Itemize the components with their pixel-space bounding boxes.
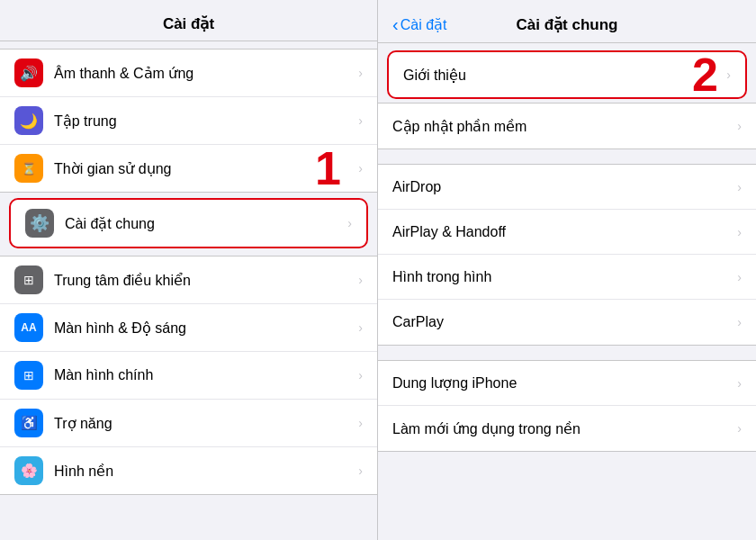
wallpaper-icon: 🌸 [14,456,43,485]
sounds-icon: 🔊 [14,58,43,87]
airdrop-chevron: › [737,180,742,194]
right-item-carplay[interactable]: CarPlay › [378,300,756,345]
display-chevron: › [358,320,363,335]
carplay-chevron: › [737,315,742,329]
about-chevron: › [726,68,731,82]
right-group-3: Dung lượng iPhone › Làm mới ứng dụng tro… [378,360,756,452]
accessibility-label: Trợ năng [54,415,358,432]
general-label: Cài đặt chung [65,215,347,232]
pip-label: Hình trong hình [392,269,737,285]
screentime-label: Thời gian sử dụng [54,160,358,177]
airplay-chevron: › [737,225,742,239]
back-button[interactable]: ‹ Cài đặt [392,14,446,35]
wallpaper-label: Hình nền [54,463,358,480]
general-chevron: › [347,216,352,230]
sidebar-item-screentime[interactable]: ⏳ Thời gian sử dụng › 1 [0,145,377,192]
accessibility-chevron: › [358,416,363,430]
storage-label: Dung lượng iPhone [392,374,737,392]
airplay-label: AirPlay & Handoff [392,224,737,240]
right-header-title: Cài đặt chung [517,15,618,34]
right-item-about[interactable]: Giới thiệu › 2 [389,52,745,97]
right-group-1b: Cập nhật phần mềm › [378,103,756,149]
right-item-bgapp[interactable]: Làm mới ứng dụng trong nền › [378,406,756,451]
storage-chevron: › [737,376,742,391]
homescreen-icon: ⊞ [14,361,43,390]
sidebar-item-focus[interactable]: 🌙 Tập trung › [0,97,377,145]
screentime-chevron: › [358,161,363,176]
screentime-icon: ⏳ [14,154,43,183]
bgapp-chevron: › [737,421,742,436]
display-label: Màn hình & Độ sáng [54,320,358,337]
right-item-storage[interactable]: Dung lượng iPhone › [378,361,756,406]
display-icon: AA [14,313,43,342]
right-header: ‹ Cài đặt Cài đặt chung [378,0,756,43]
right-item-airplay[interactable]: AirPlay & Handoff › [378,210,756,255]
carplay-label: CarPlay [392,314,737,330]
homescreen-label: Màn hình chính [54,367,358,383]
software-chevron: › [737,119,742,133]
settings-group-1: 🔊 Âm thanh & Cảm ứng › 🌙 Tập trung › ⏳ T… [0,49,377,193]
about-item-wrapper: Giới thiệu › 2 [387,50,747,99]
sidebar-item-display[interactable]: AA Màn hình & Độ sáng › [0,304,377,352]
right-group-2: AirDrop › AirPlay & Handoff › Hình trong… [378,164,756,346]
focus-chevron: › [358,113,363,128]
left-settings-list: 🔊 Âm thanh & Cảm ứng › 🌙 Tập trung › ⏳ T… [0,41,377,540]
right-group-1: Giới thiệu › 2 Cập nhật phần mềm › [378,50,756,149]
focus-label: Tập trung [54,112,358,130]
sidebar-item-wallpaper[interactable]: 🌸 Hình nền › [0,447,377,494]
settings-group-2: ⚙️ Cài đặt chung › [9,198,368,248]
back-chevron-icon: ‹ [392,14,399,35]
right-item-software[interactable]: Cập nhật phần mềm › [378,104,756,148]
sidebar-item-accessibility[interactable]: ♿ Trợ năng › [0,400,377,447]
bgapp-label: Làm mới ứng dụng trong nền [392,420,737,437]
right-panel: ‹ Cài đặt Cài đặt chung Giới thiệu › 2 C… [378,0,756,540]
software-label: Cập nhật phần mềm [392,118,737,135]
about-label: Giới thiệu [403,67,726,84]
sidebar-item-controlcenter[interactable]: ⊞ Trung tâm điều khiển › [0,256,377,304]
controlcenter-icon: ⊞ [14,266,43,294]
left-header: Cài đặt [0,0,377,41]
left-panel: Cài đặt 🔊 Âm thanh & Cảm ứng › 🌙 Tập tru… [0,0,378,540]
sidebar-item-general[interactable]: ⚙️ Cài đặt chung › [11,200,366,247]
sidebar-item-homescreen[interactable]: ⊞ Màn hình chính › [0,352,377,400]
airdrop-label: AirDrop [392,179,737,195]
controlcenter-chevron: › [358,273,363,287]
sounds-label: Âm thanh & Cảm ứng [54,65,358,82]
settings-group-3: ⊞ Trung tâm điều khiển › AA Màn hình & Đ… [0,256,377,495]
back-label: Cài đặt [400,16,447,33]
wallpaper-chevron: › [358,464,363,478]
controlcenter-label: Trung tâm điều khiển [54,272,358,289]
accessibility-icon: ♿ [14,409,43,437]
sounds-chevron: › [358,66,363,80]
homescreen-chevron: › [358,368,363,382]
focus-icon: 🌙 [14,106,43,135]
sidebar-item-sounds[interactable]: 🔊 Âm thanh & Cảm ứng › [0,50,377,97]
general-icon: ⚙️ [25,209,54,238]
right-content: Giới thiệu › 2 Cập nhật phần mềm › AirDr… [378,43,756,540]
right-item-pip[interactable]: Hình trong hình › [378,255,756,300]
right-item-airdrop[interactable]: AirDrop › [378,165,756,210]
pip-chevron: › [737,270,742,284]
